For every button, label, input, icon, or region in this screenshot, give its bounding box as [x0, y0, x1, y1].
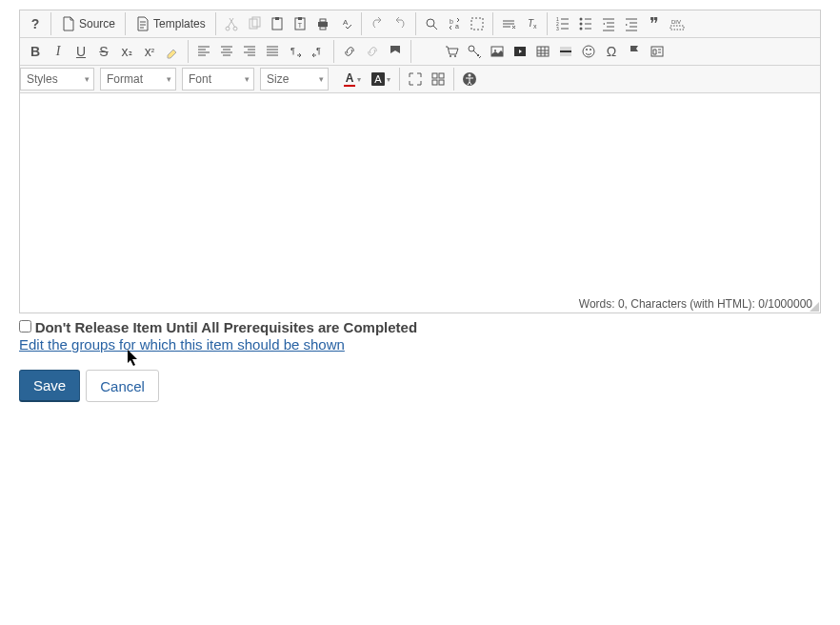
svg-rect-5: [275, 17, 279, 20]
unlink-icon[interactable]: [361, 40, 384, 63]
svg-text:¶: ¶: [316, 46, 321, 55]
cart-icon[interactable]: [440, 40, 463, 63]
cancel-button[interactable]: Cancel: [86, 370, 159, 402]
source-button[interactable]: Source: [55, 12, 121, 35]
div-container-icon[interactable]: DIV: [666, 12, 689, 35]
size-dropdown[interactable]: Size: [260, 68, 329, 91]
svg-point-37: [586, 49, 588, 50]
svg-point-23: [579, 23, 582, 26]
show-blocks-icon[interactable]: [427, 68, 450, 91]
toolbar-row-3: Styles Format Font Size A▾ A▾: [20, 66, 820, 93]
toolbar-row-1: ? Source Templates T A: [20, 10, 820, 38]
print-icon[interactable]: [311, 12, 334, 35]
svg-point-33: [494, 50, 496, 51]
svg-text:b: b: [450, 18, 453, 25]
spellcheck-icon[interactable]: A: [334, 12, 357, 35]
svg-text:DIV: DIV: [671, 19, 681, 25]
resize-handle[interactable]: [810, 302, 819, 312]
styles-dropdown[interactable]: Styles: [20, 68, 94, 91]
redo-icon[interactable]: [389, 12, 411, 35]
selectall-icon[interactable]: [466, 12, 489, 35]
underline-icon[interactable]: U: [70, 40, 92, 63]
align-left-icon[interactable]: [192, 40, 215, 63]
svg-rect-9: [318, 22, 328, 27]
bullet-list-icon[interactable]: [574, 12, 597, 35]
document-icon: [61, 16, 76, 31]
rtl-icon[interactable]: ¶: [307, 40, 330, 63]
highlight-icon[interactable]: [161, 40, 184, 63]
blockquote-icon[interactable]: ❞: [643, 12, 666, 35]
bold-icon[interactable]: B: [24, 40, 47, 63]
maximize-icon[interactable]: [404, 68, 427, 91]
svg-rect-35: [537, 47, 549, 56]
text-color-button[interactable]: A▾: [338, 68, 367, 91]
align-center-icon[interactable]: [215, 40, 238, 63]
smiley-icon[interactable]: [577, 40, 600, 63]
font-dropdown[interactable]: Font: [182, 68, 254, 91]
strike-icon[interactable]: S: [92, 40, 115, 63]
bg-color-button[interactable]: A▾: [367, 68, 395, 91]
help-icon[interactable]: ?: [24, 12, 47, 35]
hr-icon[interactable]: [554, 40, 577, 63]
svg-rect-10: [320, 19, 326, 22]
copy-icon[interactable]: [243, 12, 266, 35]
key-icon[interactable]: [463, 40, 486, 63]
image-icon[interactable]: [486, 40, 509, 63]
numbered-list-icon[interactable]: 123: [551, 12, 574, 35]
button-row: Save Cancel: [19, 370, 821, 402]
svg-rect-26: [670, 26, 684, 30]
specialchar-icon[interactable]: Ω: [600, 40, 623, 63]
link-icon[interactable]: [338, 40, 361, 63]
svg-text:a: a: [455, 23, 459, 30]
clear-format-icon[interactable]: Tx: [520, 12, 543, 35]
iframe-icon[interactable]: [646, 40, 669, 63]
paste-icon[interactable]: [266, 12, 289, 35]
superscript-icon[interactable]: x²: [138, 40, 161, 63]
svg-text:3: 3: [556, 26, 559, 31]
editor-content-area[interactable]: [20, 93, 820, 293]
flag-icon[interactable]: [623, 40, 646, 63]
svg-point-36: [583, 46, 594, 57]
find-icon[interactable]: [420, 12, 443, 35]
svg-text:A: A: [343, 18, 349, 27]
svg-rect-41: [439, 73, 444, 78]
editor-wrapper: ? Source Templates T A: [19, 10, 821, 313]
svg-point-45: [469, 74, 471, 77]
template-icon: [135, 16, 150, 31]
paste-text-icon[interactable]: T: [289, 12, 311, 35]
format-dropdown[interactable]: Format: [100, 68, 176, 91]
outdent-icon[interactable]: [597, 12, 620, 35]
svg-rect-7: [298, 17, 302, 20]
undo-icon[interactable]: [366, 12, 389, 35]
source-label: Source: [79, 17, 115, 30]
svg-point-13: [427, 19, 434, 27]
toolbar-row-2: B I U S x₂ x² ¶ ¶: [20, 38, 820, 66]
subscript-icon[interactable]: x₂: [115, 40, 138, 63]
svg-rect-42: [432, 80, 437, 85]
editor-footer: Words: 0, Characters (with HTML): 0/1000…: [20, 293, 820, 312]
edit-groups-link[interactable]: Edit the groups for which this item shou…: [19, 336, 345, 353]
templates-label: Templates: [153, 17, 206, 30]
italic-icon[interactable]: I: [47, 40, 70, 63]
templates-button[interactable]: Templates: [130, 12, 211, 35]
svg-rect-43: [439, 80, 444, 85]
align-justify-icon[interactable]: [261, 40, 284, 63]
save-button[interactable]: Save: [19, 370, 80, 402]
word-count-status: Words: 0, Characters (with HTML): 0/1000…: [579, 297, 812, 311]
ltr-icon[interactable]: ¶: [284, 40, 307, 63]
anchor-icon[interactable]: [384, 40, 407, 63]
align-right-icon[interactable]: [238, 40, 261, 63]
remove-format-icon[interactable]: [497, 12, 520, 35]
prerequisite-checkbox[interactable]: [19, 320, 31, 333]
svg-rect-16: [471, 18, 483, 30]
prerequisite-label[interactable]: Don't Release Item Until All Prerequisit…: [35, 319, 417, 335]
svg-point-22: [579, 18, 582, 21]
video-icon[interactable]: [509, 40, 531, 63]
accessibility-icon[interactable]: [458, 68, 481, 91]
indent-icon[interactable]: [620, 12, 643, 35]
replace-icon[interactable]: ba: [443, 12, 466, 35]
table-icon[interactable]: [531, 40, 554, 63]
svg-text:x: x: [533, 23, 537, 30]
cut-icon[interactable]: [220, 12, 243, 35]
svg-rect-40: [432, 73, 437, 78]
